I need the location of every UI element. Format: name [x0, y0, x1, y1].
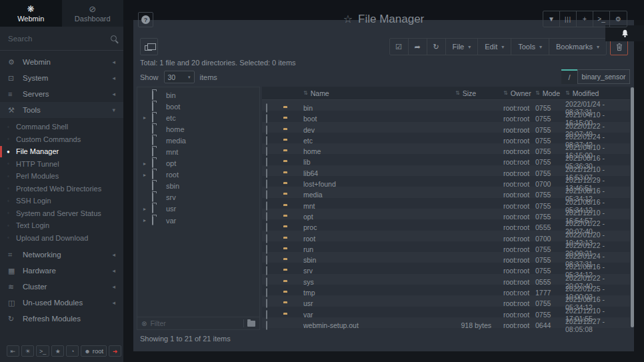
language-button[interactable]: ◔ — [66, 345, 79, 357]
table-row[interactable]: optroot:root07552021/12/10 - 16:54:57 — [262, 209, 630, 219]
row-checkbox[interactable] — [266, 125, 267, 135]
row-checkbox[interactable] — [266, 223, 267, 232]
select-all-button[interactable]: ☑ — [390, 39, 409, 55]
row-checkbox[interactable] — [266, 266, 267, 275]
table-scrollbar[interactable] — [631, 87, 634, 327]
terminal-button[interactable]: >_ — [36, 345, 49, 357]
row-checkbox[interactable] — [266, 179, 267, 189]
logout-button[interactable]: ➜ — [109, 345, 121, 357]
tree-item-media[interactable]: media — [137, 135, 259, 146]
sidebar-item-tools[interactable]: ⚒Tools▾ — [0, 102, 123, 118]
expander-icon[interactable]: ▸ — [143, 161, 152, 167]
table-row[interactable]: bootroot:root07552021/04/10 - 16:15:00 — [262, 111, 630, 121]
row-checkbox[interactable] — [266, 310, 267, 319]
sidebar-item-webmin[interactable]: ⚙Webmin◂ — [0, 54, 123, 70]
row-checkbox[interactable] — [266, 212, 267, 221]
favorites-button[interactable]: ★ — [51, 345, 64, 357]
table-row[interactable]: webmin-setup.out918 bytesroot:root064420… — [262, 317, 630, 328]
column-header-size[interactable]: ⇅Size — [430, 89, 491, 97]
sidebar-item-system-and-server-status[interactable]: ◦System and Server Status — [0, 207, 123, 220]
sidebar-item-hardware[interactable]: ▦Hardware◂ — [0, 263, 123, 279]
tree-item-srv[interactable]: srv — [137, 192, 259, 203]
sidebar-item-servers[interactable]: ≡Servers◂ — [0, 86, 123, 102]
table-row[interactable]: devroot:root07552022/01/22 - 20:07:49 — [262, 122, 630, 133]
toolbar-menu-bookmarks[interactable]: Bookmarks▾ — [549, 39, 606, 55]
table-row[interactable]: lib64root:root07552021/12/10 - 16:53:07 — [262, 165, 630, 176]
sidebar-item-http-tunnel[interactable]: ◦HTTP Tunnel — [0, 158, 123, 171]
row-checkbox[interactable] — [266, 201, 267, 211]
row-checkbox[interactable] — [266, 277, 267, 287]
settings-button[interactable]: ⚙ — [610, 11, 627, 27]
row-checkbox[interactable] — [266, 169, 267, 178]
tree-item-opt[interactable]: ▸opt — [137, 158, 259, 169]
path-search-input[interactable] — [577, 69, 630, 84]
expander-icon[interactable]: ▸ — [143, 217, 152, 223]
sidebar-item-upload-and-download[interactable]: ◦Upload and Download — [0, 232, 123, 245]
row-checkbox[interactable] — [266, 103, 267, 113]
row-checkbox[interactable] — [266, 288, 267, 297]
notification-tray[interactable] — [605, 25, 644, 41]
tree-filter-input[interactable] — [150, 319, 240, 327]
sidebar-item-perl-modules[interactable]: ◦Perl Modules — [0, 170, 123, 183]
sidebar-item-file-manager[interactable]: ●File Manager — [0, 145, 123, 158]
table-row[interactable]: mediaroot:root07552021/08/16 - 05:34:12 — [262, 187, 630, 197]
tree-item-home[interactable]: home — [137, 123, 259, 135]
table-row[interactable]: sysroot:root05552022/01/22 - 20:07:40 — [262, 274, 630, 285]
expander-icon[interactable]: ▸ — [143, 115, 152, 121]
tree-item-root[interactable]: ▸root — [137, 169, 259, 181]
breadcrumb-root-button[interactable]: / — [561, 69, 577, 84]
clear-filter-icon[interactable]: ⊗ — [141, 320, 147, 327]
toolbar-menu-tools[interactable]: Tools▾ — [511, 39, 549, 55]
new-window-button[interactable] — [140, 38, 158, 55]
table-row[interactable]: homeroot:root07552021/04/10 - 16:15:00 — [262, 143, 630, 154]
tree-item-etc[interactable]: ▸etc — [137, 112, 259, 123]
user-button[interactable]: ☻root — [81, 345, 107, 357]
row-checkbox[interactable] — [266, 255, 267, 265]
row-checkbox[interactable] — [266, 190, 267, 199]
columns-button[interactable]: ||| — [560, 11, 577, 27]
table-row[interactable]: runroot:root07552022/01/22 - 20:09:21 — [262, 241, 630, 252]
column-header-owner[interactable]: ⇅Owner — [491, 89, 535, 97]
table-row[interactable]: varroot:root07552021/12/10 - 17:01:55 — [262, 307, 630, 317]
table-row[interactable]: sbinroot:root07552022/01/24 - 08:37:31 — [262, 252, 630, 263]
terminal-button[interactable]: >_ — [593, 11, 610, 27]
refresh-button[interactable]: ↻ — [427, 39, 446, 55]
row-checkbox[interactable] — [266, 299, 267, 308]
table-row[interactable]: libroot:root07552021/08/16 - 05:36:30 — [262, 154, 630, 165]
row-checkbox[interactable] — [266, 234, 267, 243]
sidebar-item-system[interactable]: ⊡System◂ — [0, 70, 123, 86]
row-checkbox[interactable] — [266, 245, 267, 254]
table-row[interactable]: lost+foundroot:root07002021/12/29 - 13:4… — [262, 176, 630, 187]
tree-item-usr[interactable]: ▸usr — [137, 203, 259, 215]
toolbar-menu-edit[interactable]: Edit▾ — [478, 39, 511, 55]
sidebar-item-un-used-modules[interactable]: ◫Un-used Modules◂ — [0, 295, 123, 311]
tree-item-boot[interactable]: boot — [137, 101, 259, 112]
tree-item-bin[interactable]: bin — [137, 89, 259, 101]
sidebar-item-ssh-login[interactable]: ◦SSH Login — [0, 195, 123, 207]
row-checkbox[interactable] — [266, 147, 267, 156]
help-button[interactable] — [138, 12, 153, 27]
table-row[interactable]: rootroot:root07002022/01/20 - 10:42:13 — [262, 231, 630, 241]
sidebar-item-text-login[interactable]: ◦Text Login — [0, 219, 123, 232]
folder-icon[interactable] — [247, 321, 255, 327]
column-header-name[interactable]: ⇅Name — [303, 89, 430, 97]
table-row[interactable]: procroot:root05552022/01/22 - 20:07:40 — [262, 219, 630, 230]
row-checkbox[interactable] — [266, 157, 267, 167]
tree-item-var[interactable]: ▸var — [137, 215, 259, 226]
row-checkbox[interactable] — [266, 114, 267, 123]
sidebar-item-custom-commands[interactable]: ◦Custom Commands — [0, 133, 123, 146]
expander-icon[interactable]: ▸ — [143, 206, 152, 212]
sidebar-item-cluster[interactable]: ≋Cluster◂ — [0, 279, 123, 295]
table-row[interactable]: mntroot:root07552021/08/16 - 05:34:12 — [262, 198, 630, 209]
table-row[interactable]: etcroot:root07552022/01/24 - 08:37:42 — [262, 133, 630, 143]
column-header-modified[interactable]: ⇅Modified — [565, 89, 630, 97]
sidebar-item-protected-web-directories[interactable]: ◦Protected Web Directories — [0, 183, 123, 195]
collapse-sidebar-button[interactable]: ⇤ — [7, 345, 19, 357]
tree-item-sbin[interactable]: sbin — [137, 181, 259, 192]
theme-toggle-button[interactable]: ☀ — [21, 345, 34, 357]
table-row[interactable]: binroot:root07552022/01/24 - 08:37:31 — [262, 100, 630, 111]
add-button[interactable]: + — [577, 11, 593, 27]
tab-dashboard[interactable]: ⊘ Dashboard — [62, 0, 124, 27]
sidebar-item-refresh-modules[interactable]: ↻Refresh Modules — [0, 311, 123, 327]
tab-webmin[interactable]: ❋ Webmin — [0, 0, 62, 27]
